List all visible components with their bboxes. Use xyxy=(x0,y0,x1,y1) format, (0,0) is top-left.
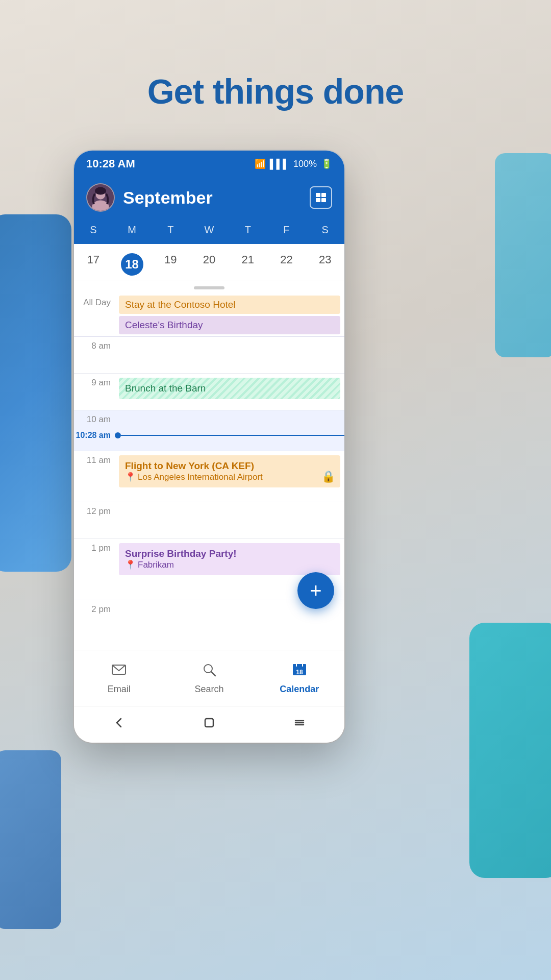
status-icons: 📶 ▌▌▌ 100% 🔋 xyxy=(255,158,332,169)
time-label-12pm: 12 pm xyxy=(74,502,115,538)
nav-search[interactable]: Search xyxy=(164,658,255,699)
android-nav-bar xyxy=(74,706,344,743)
day-23[interactable]: 23 xyxy=(306,253,344,276)
all-day-events: Stay at the Contoso Hotel Celeste's Birt… xyxy=(115,293,344,336)
day-header-fri: F xyxy=(267,224,306,236)
svg-rect-7 xyxy=(321,198,326,202)
search-icon xyxy=(202,662,217,681)
location-pin-icon: 📍 xyxy=(125,472,136,482)
calendar-icon: 18 xyxy=(292,662,307,681)
all-day-section: All Day Stay at the Contoso Hotel Celest… xyxy=(74,293,344,337)
time-content-12pm xyxy=(115,502,344,538)
day-20[interactable]: 20 xyxy=(190,253,229,276)
time-slot-8am: 8 am xyxy=(74,337,344,374)
svg-rect-5 xyxy=(321,193,326,197)
bg-decoration-bottom-left xyxy=(0,750,61,929)
add-event-fab[interactable]: + xyxy=(297,572,334,609)
status-bar: 10:28 AM 📶 ▌▌▌ 100% 🔋 xyxy=(74,151,344,177)
current-time-dot xyxy=(115,432,121,438)
avatar[interactable] xyxy=(86,183,115,212)
birthday-location: 📍 Fabrikam xyxy=(125,559,334,570)
battery-icon: 🔋 xyxy=(321,158,332,169)
app-header: September xyxy=(74,177,344,222)
bg-decoration-left xyxy=(0,214,71,572)
event-celeste-birthday[interactable]: Celeste's Birthday xyxy=(119,316,340,334)
day-22[interactable]: 22 xyxy=(267,253,306,276)
wifi-icon: 📶 xyxy=(255,158,266,169)
event-brunch[interactable]: Brunch at the Barn xyxy=(119,378,340,399)
svg-rect-6 xyxy=(316,198,320,202)
email-icon xyxy=(111,662,127,681)
search-label: Search xyxy=(194,684,223,695)
battery-text: 100% xyxy=(293,159,317,169)
current-time-indicator: 10:28 am xyxy=(74,431,344,440)
schedule-container: All Day Stay at the Contoso Hotel Celest… xyxy=(74,293,344,650)
time-label-1pm: 1 pm xyxy=(74,539,115,600)
current-time-line xyxy=(121,435,344,436)
bg-decoration-right xyxy=(495,153,551,357)
back-button[interactable] xyxy=(102,710,136,739)
calendar-label: Calendar xyxy=(280,684,319,695)
event-birthday-party[interactable]: Surprise Birthday Party! 📍 Fabrikam xyxy=(119,543,340,575)
all-day-label: All Day xyxy=(74,293,115,336)
status-time: 10:28 AM xyxy=(86,157,135,170)
day-header-tue: T xyxy=(151,224,190,236)
calendar-view-toggle[interactable] xyxy=(310,186,332,209)
day-headers: S M T W T F S xyxy=(74,222,344,244)
birthday-title: Surprise Birthday Party! xyxy=(125,548,334,559)
flight-location: 📍 Los Angeles International Airport xyxy=(125,472,334,482)
svg-line-10 xyxy=(211,672,215,676)
email-label: Email xyxy=(108,684,131,695)
week-row: 17 18 19 20 21 22 23 xyxy=(74,244,344,281)
time-label-2pm: 2 pm xyxy=(74,600,115,620)
nav-calendar[interactable]: 18 Calendar xyxy=(254,658,344,699)
phone-mockup: 10:28 AM 📶 ▌▌▌ 100% 🔋 xyxy=(74,151,344,743)
signal-icon: ▌▌▌ xyxy=(270,159,289,169)
day-18-today[interactable]: 18 xyxy=(113,253,152,276)
flight-title: Flight to New York (CA KEF) xyxy=(125,460,334,472)
day-header-sat: S xyxy=(306,224,344,236)
bg-decoration-teal xyxy=(469,623,551,878)
current-time-label: 10:28 am xyxy=(74,431,115,440)
birthday-location-pin: 📍 xyxy=(125,559,136,570)
recents-button[interactable] xyxy=(282,710,317,739)
day-17[interactable]: 17 xyxy=(74,253,113,276)
drag-handle xyxy=(194,286,224,289)
event-flight[interactable]: Flight to New York (CA KEF) 📍 Los Angele… xyxy=(119,455,340,487)
day-19[interactable]: 19 xyxy=(151,253,190,276)
time-label-9am: 9 am xyxy=(74,374,115,410)
day-header-sun: S xyxy=(74,224,113,236)
lock-icon: 🔒 xyxy=(321,470,335,483)
day-header-mon: M xyxy=(113,224,152,236)
day-21[interactable]: 21 xyxy=(229,253,267,276)
time-content-8am xyxy=(115,337,344,373)
page-title: Get things done xyxy=(0,71,551,111)
day-header-wed: W xyxy=(190,224,229,236)
time-label-8am: 8 am xyxy=(74,337,115,373)
time-slot-12pm: 12 pm xyxy=(74,502,344,539)
month-title: September xyxy=(123,188,302,208)
schedule-scroll[interactable]: All Day Stay at the Contoso Hotel Celest… xyxy=(74,293,344,620)
time-slot-10am: 10 am 10:28 am xyxy=(74,410,344,451)
svg-text:18: 18 xyxy=(296,669,303,676)
time-slot-9am: 9 am Brunch at the Barn xyxy=(74,374,344,410)
nav-email[interactable]: Email xyxy=(74,658,164,699)
time-slot-11am: 11 am Flight to New York (CA KEF) 📍 Los … xyxy=(74,451,344,502)
svg-rect-17 xyxy=(205,719,213,727)
svg-rect-13 xyxy=(293,667,306,668)
time-content-11am: Flight to New York (CA KEF) 📍 Los Angele… xyxy=(115,451,344,502)
day-header-thu: T xyxy=(229,224,267,236)
bottom-nav: Email Search 18 xyxy=(74,650,344,706)
svg-point-3 xyxy=(95,187,106,195)
home-button[interactable] xyxy=(192,710,227,739)
time-content-9am: Brunch at the Barn xyxy=(115,374,344,410)
svg-rect-4 xyxy=(316,193,320,197)
event-contoso-hotel[interactable]: Stay at the Contoso Hotel xyxy=(119,296,340,314)
time-label-11am: 11 am xyxy=(74,451,115,502)
